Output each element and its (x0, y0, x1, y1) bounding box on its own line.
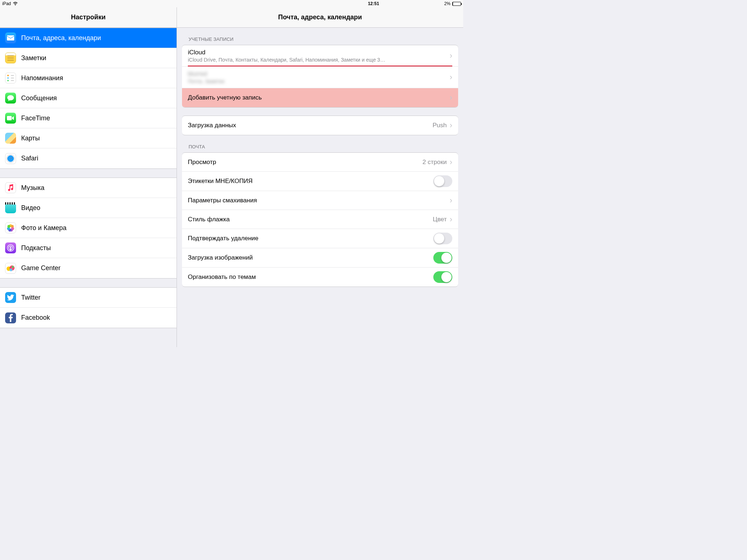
sidebar-item-facetime[interactable]: FaceTime (0, 108, 177, 128)
sidebar-item-label: Почта, адреса, календари (21, 34, 171, 42)
row-images[interactable]: Загрузка изображений (182, 248, 458, 268)
sidebar-item-notes[interactable]: Заметки (0, 48, 177, 68)
svg-point-17 (12, 266, 14, 268)
sidebar-item-photos[interactable]: Фото и Камера (0, 218, 177, 238)
chevron-right-icon: › (450, 215, 452, 223)
sidebar-item-label: Safari (21, 155, 171, 162)
sidebar-item-messages[interactable]: Сообщения (0, 88, 177, 108)
row-title: Стиль флажка (188, 216, 433, 223)
svg-point-13 (10, 247, 11, 248)
row-title: Просмотр (188, 159, 422, 166)
battery-icon (452, 2, 461, 6)
chevron-right-icon: › (450, 73, 452, 81)
row-title: Параметры смахивания (188, 197, 450, 204)
row-tocc[interactable]: Этикетки МНЕ/КОПИЯ (182, 172, 458, 191)
reminders-icon (5, 73, 16, 83)
row-value: Push (433, 122, 447, 129)
video-icon (5, 202, 16, 213)
facebook-icon (5, 312, 16, 323)
messages-icon (5, 93, 16, 104)
sidebar-title: Настройки (0, 7, 177, 28)
svg-point-3 (7, 155, 14, 162)
chevron-right-icon: › (450, 158, 452, 166)
sidebar-item-safari[interactable]: Safari (0, 148, 177, 168)
row-value: Цвет (433, 216, 447, 223)
red-underline (188, 66, 452, 66)
row-icloud[interactable]: iCloudiCloud Drive, Почта, Контакты, Кал… (182, 45, 458, 67)
wifi-icon (13, 2, 18, 5)
row-title: Загрузка данных (188, 122, 433, 129)
row-acct2[interactable]: blurredПочта, Заметки› (182, 67, 458, 88)
sidebar-item-podcasts[interactable]: Подкасты (0, 238, 177, 258)
svg-point-16 (9, 268, 12, 271)
sidebar-item-reminders[interactable]: Напоминания (0, 68, 177, 88)
photos-icon (5, 222, 16, 233)
row-confirm[interactable]: Подтверждать удаление (182, 229, 458, 248)
sidebar-item-twitter[interactable]: Twitter (0, 288, 177, 308)
battery-text: 2% (444, 1, 450, 6)
sidebar-item-music[interactable]: Музыка (0, 178, 177, 198)
clock: 12:51 (368, 1, 379, 6)
sidebar-item-label: Напоминания (21, 74, 171, 82)
section-label: ПОЧТА (177, 135, 463, 152)
svg-rect-0 (7, 35, 14, 40)
sidebar-item-label: Сообщения (21, 94, 171, 102)
podcasts-icon (5, 242, 16, 253)
sidebar-item-gamecenter[interactable]: Game Center (0, 258, 177, 278)
row-title: Добавить учетную запись (188, 94, 450, 101)
svg-rect-1 (7, 116, 12, 120)
device-label: iPad (2, 1, 11, 6)
music-icon (5, 182, 16, 193)
toggle-tocc[interactable] (433, 175, 452, 187)
safari-icon (5, 153, 16, 164)
chevron-right-icon: › (450, 197, 452, 205)
toggle-threads[interactable] (433, 271, 452, 283)
sidebar-item-label: FaceTime (21, 114, 171, 122)
chevron-right-icon: › (450, 52, 452, 60)
sidebar-item-label: Twitter (21, 294, 171, 302)
svg-point-10 (7, 225, 10, 228)
row-title: blurred (188, 70, 450, 78)
sidebar-item-label: Game Center (21, 264, 171, 272)
section-label: УЧЕТНЫЕ ЗАПИСИ (177, 28, 463, 45)
row-flag[interactable]: Стиль флажкаЦвет› (182, 210, 458, 229)
row-title: Этикетки МНЕ/КОПИЯ (188, 178, 433, 185)
row-title: Организовать по темам (188, 273, 433, 281)
row-fetch[interactable]: Загрузка данныхPush› (182, 116, 458, 135)
detail-pane: Почта, адреса, календари УЧЕТНЫЕ ЗАПИСИi… (177, 7, 463, 347)
row-title: Загрузка изображений (188, 254, 433, 261)
row-threads[interactable]: Организовать по темам (182, 268, 458, 287)
row-value: 2 строки (422, 159, 446, 166)
sidebar-item-label: Подкасты (21, 244, 171, 252)
sidebar-item-label: Карты (21, 135, 171, 142)
detail-title: Почта, адреса, календари (177, 7, 463, 28)
row-title: Подтверждать удаление (188, 235, 433, 242)
sidebar-item-maps[interactable]: Карты (0, 128, 177, 148)
twitter-icon (5, 292, 16, 303)
facetime-icon (5, 113, 16, 124)
maps-icon (5, 133, 16, 144)
notes-icon (5, 52, 16, 63)
sidebar-item-facebook[interactable]: Facebook (0, 308, 177, 328)
gamecenter-icon (5, 263, 16, 274)
row-swipe[interactable]: Параметры смахивания› (182, 191, 458, 210)
sidebar-item-mail[interactable]: Почта, адреса, календари (0, 28, 177, 48)
row-preview[interactable]: Просмотр2 строки› (182, 153, 458, 172)
toggle-confirm[interactable] (433, 233, 452, 244)
row-title: iCloud (188, 49, 450, 56)
chevron-right-icon: › (450, 94, 452, 102)
row-subtitle: iCloud Drive, Почта, Контакты, Календари… (188, 57, 450, 63)
row-add[interactable]: Добавить учетную запись› (182, 88, 458, 107)
sidebar-item-video[interactable]: Видео (0, 198, 177, 218)
mail-icon (5, 32, 16, 43)
sidebar-item-label: Видео (21, 204, 171, 212)
chevron-right-icon: › (450, 121, 452, 129)
sidebar-item-label: Заметки (21, 54, 171, 62)
row-subtitle: Почта, Заметки (188, 78, 450, 84)
status-bar: iPad 12:51 2% (0, 0, 463, 7)
sidebar-item-label: Фото и Камера (21, 224, 171, 232)
toggle-images[interactable] (433, 252, 452, 264)
sidebar-item-label: Facebook (21, 314, 171, 322)
settings-sidebar: Настройки Почта, адреса, календариЗаметк… (0, 7, 177, 347)
sidebar-item-label: Музыка (21, 184, 171, 192)
